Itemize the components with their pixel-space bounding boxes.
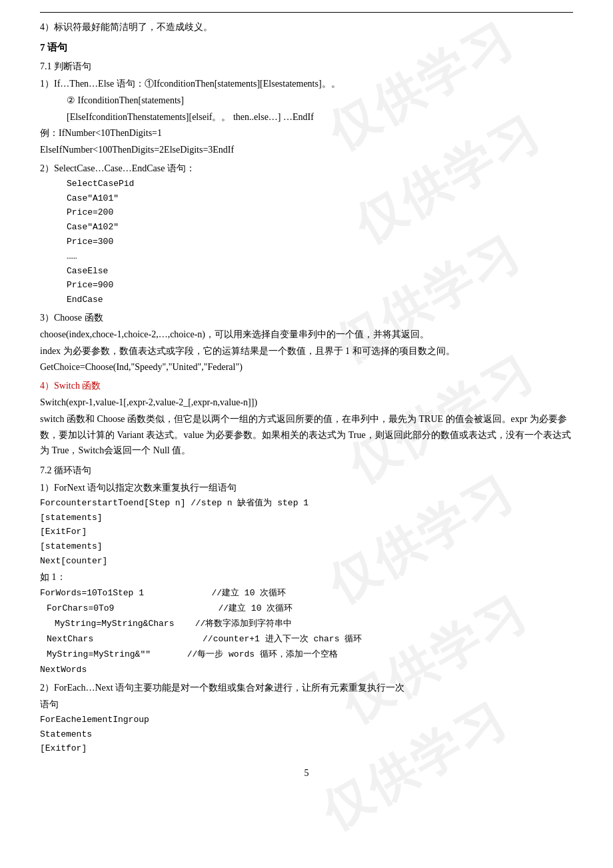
- fornext-example-label: 如 1：: [40, 569, 573, 585]
- page-number: 5: [40, 768, 573, 779]
- fornext-statements2: [statements]: [40, 540, 573, 554]
- section71-title: 7.1 判断语句: [40, 59, 573, 75]
- switch-title: 4）Switch 函数: [40, 378, 573, 394]
- code-forwords: ForWords=10To1Step 1 //建立 10 次循环: [40, 586, 573, 601]
- page-container: 仅供学习 仅供学习 仅供学习 仅供学习 仅供学习 仅供学习 仅供学习 4）标识符…: [0, 0, 613, 868]
- code-price300: Price=300: [67, 235, 573, 249]
- code-exitfor: [Exitfor]: [40, 742, 573, 756]
- code-endcase: EndCase: [67, 293, 573, 307]
- switch-title-text: 4）Switch 函数: [40, 381, 101, 391]
- choose-title: 3）Choose 函数: [40, 310, 573, 326]
- foreach-word: 语句: [40, 697, 573, 713]
- code-caseelse: CaseElse: [67, 265, 573, 279]
- fornext-next: Next[counter]: [40, 555, 573, 569]
- code-price900: Price=900: [67, 279, 573, 293]
- code-selectcasepid: SelectCasePid: [67, 177, 573, 191]
- section7-title: 7 语句: [40, 39, 573, 57]
- top-border: [40, 12, 573, 13]
- if-example-body: ElseIfNumber<100ThenDigits=2ElseDigits=3…: [40, 142, 573, 158]
- switch-syntax: Switch(expr-1,value-1[,expr-2,value-2_[,…: [40, 395, 573, 411]
- code-nextchars: NextChars //counter+1 进入下一次 chars 循环: [47, 632, 573, 647]
- fornext-syntax: ForcounterstartToend[Step n] //step n 缺省…: [40, 497, 573, 511]
- fornext-title: 1）ForNext 语句以指定次数来重复执行一组语句: [40, 480, 573, 496]
- if-example-label: 例：IfNumber<10ThenDigits=1: [40, 125, 573, 141]
- line-identifier-tip: 4）标识符最好能简洁明了，不造成歧义。: [40, 19, 573, 35]
- select-case-intro: 2）SelectCase…Case…EndCase 语句：: [40, 161, 573, 177]
- main-content: 4）标识符最好能简洁明了，不造成歧义。 7 语句 7.1 判断语句 1）If…T…: [40, 19, 573, 779]
- if-intro: 1）If…Then…Else 语句：①IfconditionThen[state…: [40, 76, 573, 92]
- choose-index: index 为必要参数，数值表达式或字段，它的运算结果是一个数值，且界于 1 和…: [40, 343, 573, 359]
- section72-title: 7.2 循环语句: [40, 463, 573, 479]
- switch-desc: switch 函数和 Choose 函数类似，但它是以两个一组的方式返回所要的值…: [40, 411, 573, 459]
- fornext-statements: [statements]: [40, 511, 573, 525]
- choose-syntax: choose(index,choce-1,choice-2,…,choice-n…: [40, 327, 573, 343]
- if-form2-b: [ElseIfconditionThenstatements][elseif。。…: [67, 109, 573, 125]
- if-form2-a: ② IfconditionThen[statements]: [67, 93, 573, 109]
- code-price200: Price=200: [67, 206, 573, 220]
- code-foreachelementingroup: ForEachelementIngroup: [40, 713, 573, 727]
- code-mystring-empty: MyString=MyString&"" //每一步 words 循环，添加一个…: [47, 647, 573, 662]
- fornext-exitfor: [ExitFor]: [40, 525, 573, 539]
- foreach-title: 2）ForEach…Next 语句主要功能是对一个数组或集合对象进行，让所有元素…: [40, 680, 573, 696]
- code-mystring-chars: MyString=MyString&Chars //将数字添加到字符串中: [55, 617, 573, 631]
- code-casea102: Case"A102": [67, 221, 573, 235]
- code-forchars: ForChars=0To9 //建立 10 次循环: [47, 601, 573, 616]
- code-nextwords: NextWords: [40, 663, 573, 677]
- code-casea101: Case"A101": [67, 192, 573, 206]
- code-statements: Statements: [40, 728, 573, 742]
- code-ellipsis: ……: [67, 250, 573, 264]
- choose-example: GetChoice=Choose(Ind,"Speedy","United","…: [40, 359, 573, 375]
